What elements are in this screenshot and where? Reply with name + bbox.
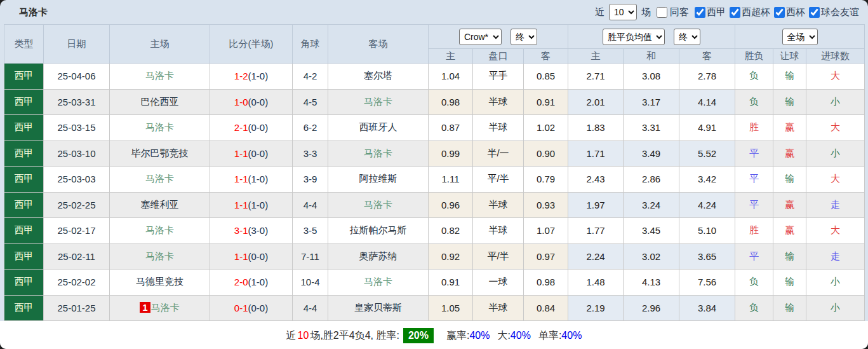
odds-home-cell: 0.87 xyxy=(429,115,473,141)
home-team-cell: 巴伦西亚 xyxy=(110,89,210,115)
home-team-name: 毕尔巴鄂竞技 xyxy=(131,147,189,158)
fulltime-score: 1-1 xyxy=(234,251,248,262)
home-team-name: 塞维利亚 xyxy=(141,199,179,210)
date-cell: 25-01-25 xyxy=(44,295,110,321)
avg-home-cell: 1.71 xyxy=(568,140,624,167)
odds-home-cell: 0.99 xyxy=(429,140,473,167)
halftime-score: (3-0) xyxy=(248,225,269,236)
odds-away-cell: 0.90 xyxy=(524,140,568,167)
summary-count: 10 xyxy=(298,330,309,341)
home-team-name: 马洛卡 xyxy=(145,224,174,235)
fulltime-score: 3-1 xyxy=(234,225,248,236)
avg-away-cell: 5.10 xyxy=(679,218,735,244)
away-team-cell: 马洛卡 xyxy=(328,270,429,296)
halftime-score: (1-0) xyxy=(248,174,269,184)
fulltime-score: 0-1 xyxy=(234,303,248,313)
match-row: 西甲25-02-02马德里竞技2-0(1-0)10-4马洛卡0.91一球0.98… xyxy=(4,270,865,296)
goals-result-cell: 小 xyxy=(806,270,865,296)
odds-away-cell: 0.84 xyxy=(524,295,568,321)
fulltime-score: 1-2 xyxy=(234,71,248,81)
odds-away-cell: 0.97 xyxy=(524,243,568,270)
handicap-result-cell: 输 xyxy=(773,167,806,193)
league-filter-checkbox-1[interactable] xyxy=(730,7,740,18)
handicap-result-cell: 输 xyxy=(773,89,806,115)
bookmaker-select[interactable]: Crow* xyxy=(459,29,502,45)
summary-mid: 场,胜2平4负4, 胜率: xyxy=(310,329,399,343)
fulltime-score: 1-0 xyxy=(234,97,248,107)
average-select[interactable]: 胜平负均值 xyxy=(603,29,665,45)
handicap-result-cell: 输 xyxy=(773,243,806,270)
avg-draw-cell: 3.08 xyxy=(624,64,679,90)
same-opponent-label: 同客 xyxy=(670,6,689,18)
date-cell: 25-03-15 xyxy=(44,115,110,141)
score-cell: 1-2(1-0) xyxy=(210,64,293,90)
avg-home-cell: 2.19 xyxy=(568,295,624,321)
odds-away-cell: 0.98 xyxy=(524,270,568,296)
date-cell: 25-02-11 xyxy=(44,243,110,270)
topbar: 马洛卡 近 10 场 同客 西甲西超杯西杯球会友谊 xyxy=(0,0,868,24)
league-filter-checkbox-3[interactable] xyxy=(809,7,820,18)
same-opponent-checkbox[interactable] xyxy=(657,7,667,18)
result-cell: 负 xyxy=(735,89,773,115)
corners-cell: 4-4 xyxy=(293,192,328,218)
avg-draw-cell: 2.86 xyxy=(624,167,679,193)
league-cell: 西甲 xyxy=(4,167,44,193)
odds-home-cell: 0.98 xyxy=(429,89,473,115)
odds-away-cell: 0.91 xyxy=(524,89,568,115)
home-team-cell: 马洛卡 xyxy=(110,115,210,141)
halftime-score: (0-0) xyxy=(248,122,269,133)
avg-away-cell: 7.56 xyxy=(679,270,735,296)
team-title: 马洛卡 xyxy=(19,6,48,18)
league-cell: 西甲 xyxy=(4,192,44,218)
avg-home-cell: 1.77 xyxy=(568,218,624,244)
handicap-cell: 半球 xyxy=(473,115,524,141)
match-row: 西甲25-02-11马洛卡1-1(0-0)7-11奥萨苏纳0.92平/半0.97… xyxy=(4,243,865,270)
league-cell: 西甲 xyxy=(4,218,44,244)
handicap-result-cell: 输 xyxy=(773,270,806,296)
corners-cell: 10-4 xyxy=(293,270,328,296)
league-cell: 西甲 xyxy=(4,295,44,321)
near-count-select[interactable]: 10 xyxy=(609,4,637,20)
league-filter-label-2: 西杯 xyxy=(786,6,805,18)
match-row: 西甲25-02-17马洛卡3-1(3-0)3-5拉斯帕尔马斯0.82半球1.07… xyxy=(4,218,865,244)
home-team-name: 马洛卡 xyxy=(145,173,174,184)
halftime-score: (1-0) xyxy=(248,71,269,81)
scope-select[interactable]: 全场 xyxy=(782,29,818,45)
league-filter-checkbox-2[interactable] xyxy=(774,7,785,18)
corners-cell: 4-5 xyxy=(293,89,328,115)
red-card-badge: 1 xyxy=(140,302,150,313)
stat-handicap: 赢率:40% xyxy=(446,329,490,343)
result-cell: 平 xyxy=(735,192,773,218)
col-header-home: 主场 xyxy=(110,25,210,64)
stat-over: 大:40% xyxy=(497,329,530,343)
away-team-name: 西班牙人 xyxy=(359,121,397,132)
bookmaker-state-select[interactable]: 终 xyxy=(511,29,537,45)
odds-away-cell: 0.93 xyxy=(524,192,568,218)
goals-result-cell: 小 xyxy=(806,89,865,115)
avg-draw-cell: 3.17 xyxy=(624,89,679,115)
league-filter-label-1: 西超杯 xyxy=(742,6,770,18)
odds-away-cell: 0.79 xyxy=(524,167,568,193)
handicap-dropdown-group: Crow* 终 xyxy=(429,25,568,49)
result-cell: 负 xyxy=(735,295,773,321)
result-cell: 负 xyxy=(735,270,773,296)
away-team-name: 皇家贝蒂斯 xyxy=(354,302,402,313)
league-filter-checkbox-0[interactable] xyxy=(695,7,705,18)
odds-home-cell: 1.11 xyxy=(429,167,473,193)
halftime-score: (0-0) xyxy=(248,251,269,262)
score-cell: 1-1(0-0) xyxy=(210,140,293,167)
fulltime-score: 1-1 xyxy=(234,148,248,159)
odds-home-cell: 0.92 xyxy=(429,243,473,270)
win-rate-badge: 20% xyxy=(403,328,434,343)
home-team-cell: 马德里竞技 xyxy=(110,270,210,296)
avg-home-cell: 1.97 xyxy=(568,192,624,218)
score-cell: 1-1(1-0) xyxy=(210,167,293,193)
date-cell: 25-02-02 xyxy=(44,270,110,296)
score-cell: 1-1(0-0) xyxy=(210,243,293,270)
goals-result-cell: 小 xyxy=(806,140,865,167)
corners-cell: 3-5 xyxy=(293,218,328,244)
date-cell: 25-04-06 xyxy=(44,64,110,90)
sub-header-goals: 进球数 xyxy=(806,49,865,64)
average-state-select[interactable]: 终 xyxy=(674,29,700,45)
col-header-date: 日期 xyxy=(44,25,110,64)
